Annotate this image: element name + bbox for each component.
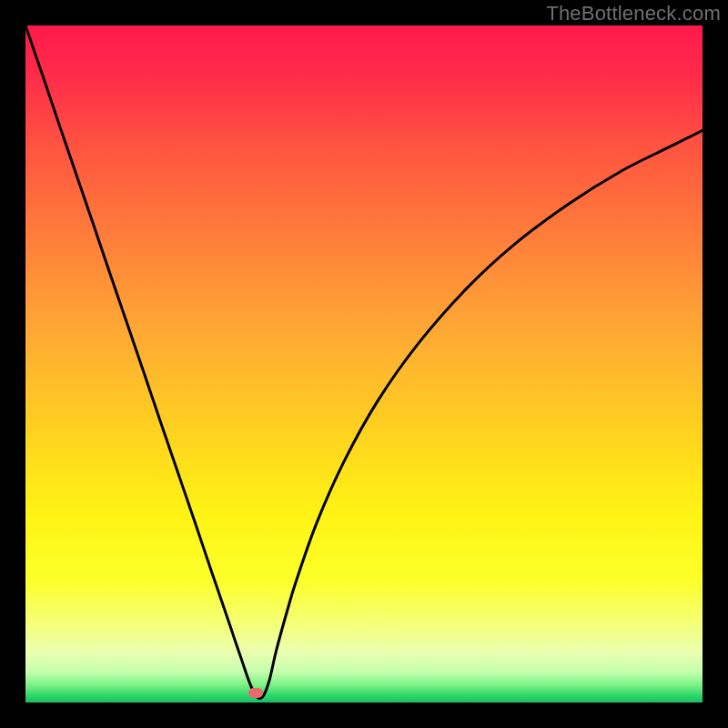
heatmap-background <box>25 25 703 703</box>
watermark-text: TheBottleneck.com <box>546 2 721 25</box>
bottleneck-chart <box>25 25 703 703</box>
optimal-point-marker <box>248 688 263 698</box>
chart-frame: TheBottleneck.com <box>0 0 728 728</box>
